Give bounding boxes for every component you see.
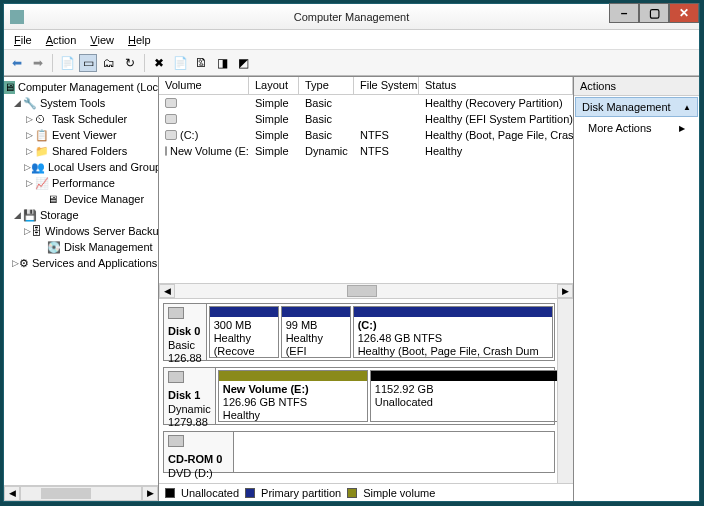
disk-row[interactable]: Disk 1Dynamic1279.88 GBOnlineNew Volume … xyxy=(163,367,555,425)
volume-row[interactable]: SimpleBasicHealthy (Recovery Partition) xyxy=(159,95,573,111)
disk-icon xyxy=(168,371,184,383)
volume-icon xyxy=(165,114,177,124)
menubar: File Action View Help xyxy=(4,30,699,50)
computer-management-window: Computer Management – ▢ ✕ File Action Vi… xyxy=(3,3,700,502)
tree-windows-backup[interactable]: Windows Server Backup xyxy=(45,225,158,237)
actions-selected-label: Disk Management xyxy=(582,101,671,113)
disk-icon xyxy=(168,307,184,319)
menu-file[interactable]: File xyxy=(8,32,38,48)
scroll-left-icon[interactable]: ◀ xyxy=(4,486,20,501)
tree-disk-management[interactable]: Disk Management xyxy=(64,241,153,253)
up-icon[interactable]: 📄 xyxy=(58,54,76,72)
legend: Unallocated Primary partition Simple vol… xyxy=(159,483,573,501)
nav-tree[interactable]: 🖥Computer Management (Local ◢🔧System Too… xyxy=(4,77,159,501)
col-type[interactable]: Type xyxy=(299,77,354,94)
refresh2-icon[interactable]: 📄 xyxy=(171,54,189,72)
volume-row[interactable]: (C:)SimpleBasicNTFSHealthy (Boot, Page F… xyxy=(159,127,573,143)
toolbar: ⬅ ➡ 📄 ▭ 🗂 ↻ ✖ 📄 🖻 ◨ ◩ xyxy=(4,50,699,76)
volume-list-header[interactable]: Volume Layout Type File System Status xyxy=(159,77,573,95)
refresh-icon[interactable]: 🗂 xyxy=(100,54,118,72)
tree-storage[interactable]: Storage xyxy=(40,209,79,221)
tree-performance[interactable]: Performance xyxy=(52,177,115,189)
expand-icon[interactable]: ▷ xyxy=(24,162,31,172)
help-icon[interactable]: ✖ xyxy=(150,54,168,72)
collapse-icon[interactable]: ◢ xyxy=(12,98,23,108)
properties-icon[interactable]: ▭ xyxy=(79,54,97,72)
collapse-icon[interactable]: ▲ xyxy=(683,103,691,112)
minimize-button[interactable]: – xyxy=(609,3,639,23)
legend-unallocated: Unallocated xyxy=(181,487,239,499)
disk-row[interactable]: Disk 0Basic126.88 GBOnline300 MBHealthy … xyxy=(163,303,555,361)
disk-icon xyxy=(168,435,184,447)
window-title: Computer Management xyxy=(294,11,410,23)
tree-shared-folders[interactable]: Shared Folders xyxy=(52,145,127,157)
scroll-thumb[interactable] xyxy=(41,488,91,499)
disk-icon: 💽 xyxy=(47,241,61,254)
tree-services[interactable]: Services and Applications xyxy=(32,257,157,269)
list-hscrollbar[interactable]: ◀ ▶ xyxy=(159,283,573,299)
list-icon[interactable]: ◨ xyxy=(213,54,231,72)
col-filesystem[interactable]: File System xyxy=(354,77,419,94)
partition[interactable]: New Volume (E:)126.96 GB NTFSHealthy xyxy=(218,370,368,422)
graphical-vscrollbar[interactable] xyxy=(557,299,573,483)
tree-device-manager[interactable]: Device Manager xyxy=(64,193,144,205)
legend-swatch-simple xyxy=(347,488,357,498)
disk-header[interactable]: CD-ROM 0DVD (D:) xyxy=(164,432,234,472)
expand-icon[interactable]: ▷ xyxy=(24,114,35,124)
col-volume[interactable]: Volume xyxy=(159,77,249,94)
legend-primary: Primary partition xyxy=(261,487,341,499)
device-icon: 🖥 xyxy=(47,193,61,206)
back-icon[interactable]: ⬅ xyxy=(8,54,26,72)
volume-row[interactable]: SimpleBasicHealthy (EFI System Partition… xyxy=(159,111,573,127)
volume-row[interactable]: New Volume (E:)SimpleDynamicNTFSHealthy xyxy=(159,143,573,159)
settings-icon[interactable]: 🖻 xyxy=(192,54,210,72)
expand-icon[interactable]: ▷ xyxy=(24,178,35,188)
menu-view[interactable]: View xyxy=(84,32,120,48)
expand-icon[interactable]: ▷ xyxy=(24,146,35,156)
partition[interactable]: 1152.92 GBUnallocated xyxy=(370,370,557,422)
tree-root[interactable]: Computer Management (Local xyxy=(18,81,158,93)
disk-header[interactable]: Disk 1Dynamic1279.88 GBOnline xyxy=(164,368,216,424)
clock-icon: ⏲ xyxy=(35,113,49,126)
partition[interactable]: 99 MBHealthy (EFI xyxy=(281,306,351,358)
actions-header: Actions xyxy=(574,77,699,96)
collapse-icon[interactable]: ◢ xyxy=(12,210,23,220)
partition[interactable]: 300 MBHealthy (Recove xyxy=(209,306,279,358)
tree-local-users[interactable]: Local Users and Groups xyxy=(48,161,158,173)
col-status[interactable]: Status xyxy=(419,77,573,94)
partition[interactable]: (C:)126.48 GB NTFSHealthy (Boot, Page Fi… xyxy=(353,306,553,358)
backup-icon: 🗄 xyxy=(31,225,42,238)
close-button[interactable]: ✕ xyxy=(669,3,699,23)
expand-icon[interactable]: ▷ xyxy=(24,130,35,140)
disk-row[interactable]: CD-ROM 0DVD (D:) xyxy=(163,431,555,473)
tree-event-viewer[interactable]: Event Viewer xyxy=(52,129,117,141)
scroll-thumb[interactable] xyxy=(347,285,377,297)
actions-more[interactable]: More Actions ▶ xyxy=(574,118,699,138)
app-icon xyxy=(10,10,24,24)
menu-action[interactable]: Action xyxy=(40,32,83,48)
users-icon: 👥 xyxy=(31,161,45,174)
computer-icon: 🖥 xyxy=(4,81,15,94)
forward-icon[interactable]: ➡ xyxy=(29,54,47,72)
scroll-left-icon[interactable]: ◀ xyxy=(159,284,175,298)
actions-selected[interactable]: Disk Management ▲ xyxy=(575,97,698,117)
expand-icon[interactable]: ▷ xyxy=(24,226,31,236)
tree-hscrollbar[interactable]: ◀ ▶ xyxy=(4,485,158,501)
volume-list[interactable]: SimpleBasicHealthy (Recovery Partition)S… xyxy=(159,95,573,283)
scroll-right-icon[interactable]: ▶ xyxy=(142,486,158,501)
expand-icon[interactable]: ▷ xyxy=(12,258,19,268)
volume-icon xyxy=(165,146,167,156)
scroll-right-icon[interactable]: ▶ xyxy=(557,284,573,298)
menu-help[interactable]: Help xyxy=(122,32,157,48)
maximize-button[interactable]: ▢ xyxy=(639,3,669,23)
disk-header[interactable]: Disk 0Basic126.88 GBOnline xyxy=(164,304,207,360)
col-layout[interactable]: Layout xyxy=(249,77,299,94)
volume-icon xyxy=(165,98,177,108)
detail-icon[interactable]: ◩ xyxy=(234,54,252,72)
legend-swatch-unallocated xyxy=(165,488,175,498)
titlebar[interactable]: Computer Management – ▢ ✕ xyxy=(4,4,699,30)
tree-system-tools[interactable]: System Tools xyxy=(40,97,105,109)
storage-icon: 💾 xyxy=(23,209,37,222)
tree-task-scheduler[interactable]: Task Scheduler xyxy=(52,113,127,125)
export-icon[interactable]: ↻ xyxy=(121,54,139,72)
